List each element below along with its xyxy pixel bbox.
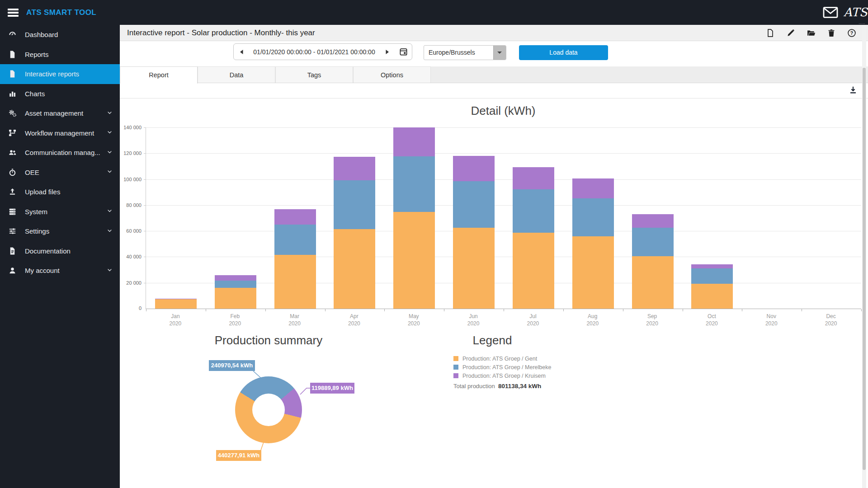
bar-segment: [393, 156, 435, 212]
pie-label-kruisem: 119889,89 kWh: [310, 383, 354, 394]
y-tick: [144, 153, 146, 154]
chevron-down-icon[interactable]: [493, 46, 506, 60]
y-tick: [144, 205, 146, 206]
sidebar-item-dashboard[interactable]: Dashboard: [0, 25, 120, 45]
bar-segment: [513, 233, 554, 309]
sidebar-item-documentation[interactable]: Documentation: [0, 241, 120, 261]
tab-strip: ReportDataTagsOptions: [120, 66, 868, 83]
gridline: [146, 179, 861, 180]
legend-label: Production: ATS Groep / Kruisem: [462, 373, 546, 379]
gridline: [146, 127, 861, 128]
sidebar-item-interactive-reports[interactable]: Interactive reports: [0, 64, 120, 84]
report-toolbar: ?: [766, 25, 856, 41]
bar-segment: [632, 256, 674, 309]
x-axis-label: Feb2020: [215, 313, 255, 327]
sidebar-item-charts[interactable]: Charts: [0, 84, 120, 104]
edit-icon[interactable]: [786, 28, 795, 38]
load-data-button[interactable]: Load data: [519, 45, 608, 60]
sidebar-item-label: Communication manag...: [25, 149, 106, 156]
x-tick: [146, 309, 146, 311]
sidebar-item-my-account[interactable]: My account: [0, 261, 120, 281]
mail-icon[interactable]: [823, 7, 838, 18]
scrollbar-thumb[interactable]: [863, 68, 866, 470]
timezone-select[interactable]: Europe/Brussels: [424, 45, 506, 60]
tab-report[interactable]: Report: [120, 66, 198, 84]
timezone-value: Europe/Brussels: [429, 46, 475, 60]
report-title-bar: Interactive report - Solar production - …: [120, 25, 868, 41]
delete-icon[interactable]: [827, 28, 836, 38]
new-report-icon[interactable]: [766, 28, 775, 38]
x-tick: [504, 309, 504, 311]
chevron-down-icon: [106, 109, 114, 117]
sidebar-item-system[interactable]: System: [0, 202, 120, 222]
bar-jan-2020: [155, 299, 197, 309]
user-icon: [8, 266, 18, 275]
x-axis-label: Nov2020: [751, 313, 792, 327]
x-tick: [206, 309, 206, 311]
download-icon[interactable]: [848, 85, 858, 95]
bar-segment: [334, 180, 375, 229]
calendar-icon[interactable]: [395, 44, 412, 60]
sidebar-item-upload-files[interactable]: Upload files: [0, 182, 120, 202]
sidebar-item-workflow-management[interactable]: Workflow management: [0, 123, 120, 143]
bar-segment: [513, 189, 554, 233]
legend-swatch: [453, 365, 458, 370]
sidebar-item-oee[interactable]: OEE: [0, 163, 120, 183]
chevron-down-icon: [106, 168, 114, 176]
bar-mar-2020: [274, 209, 316, 309]
pie-chart-title: Production summary: [171, 333, 366, 347]
tab-options[interactable]: Options: [353, 66, 431, 83]
sidebar-item-asset-management[interactable]: Asset management: [0, 103, 120, 123]
donut-chart: [235, 376, 302, 443]
x-axis-label: Oct2020: [691, 313, 732, 327]
bar-sep-2020: [632, 214, 674, 309]
tab-data[interactable]: Data: [198, 66, 275, 83]
next-period-icon[interactable]: [379, 48, 395, 56]
bar-segment: [274, 225, 316, 255]
bar-segment: [513, 167, 554, 189]
doc-icon: [8, 246, 18, 255]
menu-icon[interactable]: [8, 9, 19, 17]
bar-segment: [572, 236, 614, 309]
x-axis-label: Apr2020: [334, 313, 374, 327]
date-range-value: 01/01/2020 00:00:00 - 01/01/2021 00:00:0…: [249, 48, 379, 56]
previous-period-icon[interactable]: [234, 48, 249, 56]
bar-segment: [453, 156, 495, 181]
sidebar-item-label: OEE: [25, 169, 106, 176]
x-tick: [623, 309, 623, 311]
sidebar-item-label: Upload files: [25, 188, 114, 196]
x-tick: [265, 309, 266, 311]
bar-segment: [215, 281, 256, 288]
top-bar: ATS SMART TOOL ATS.....: [0, 0, 868, 25]
open-icon[interactable]: [807, 28, 816, 38]
x-axis-label: Aug2020: [572, 313, 613, 327]
x-axis-label: May2020: [393, 313, 434, 327]
x-tick: [742, 309, 742, 311]
sidebar-item-settings[interactable]: Settings: [0, 221, 120, 241]
chart-icon: [8, 89, 18, 98]
sidebar-item-label: Interactive reports: [25, 70, 114, 78]
bar-jun-2020: [453, 156, 495, 309]
sidebar-item-reports[interactable]: Reports: [0, 45, 120, 65]
tab-tags[interactable]: Tags: [275, 66, 353, 83]
legend-swatch: [453, 356, 458, 361]
bar-segment: [691, 284, 733, 309]
sidebar-item-label: Workflow management: [25, 129, 106, 137]
gears-icon: [8, 109, 18, 118]
bar-segment: [274, 209, 316, 225]
bar-segment: [215, 288, 256, 309]
bar-segment: [453, 181, 495, 228]
bar-chart-x-axis: Jan2020Feb2020Mar2020Apr2020May2020Jun20…: [146, 313, 861, 331]
chevron-down-icon: [106, 267, 114, 275]
x-tick: [325, 309, 326, 311]
sidebar-item-communication-manag[interactable]: Communication manag...: [0, 143, 120, 163]
gridline: [146, 153, 861, 154]
bar-segment: [572, 178, 614, 199]
chevron-down-icon: [106, 129, 114, 137]
scrollbar[interactable]: [862, 25, 866, 488]
bar-segment: [691, 268, 733, 284]
bar-segment: [334, 229, 375, 309]
date-range-picker[interactable]: 01/01/2020 00:00:00 - 01/01/2021 00:00:0…: [233, 43, 412, 60]
legend-item: Production: ATS Groep / Merelbeke: [453, 363, 551, 371]
sidebar-item-label: Settings: [25, 227, 106, 235]
